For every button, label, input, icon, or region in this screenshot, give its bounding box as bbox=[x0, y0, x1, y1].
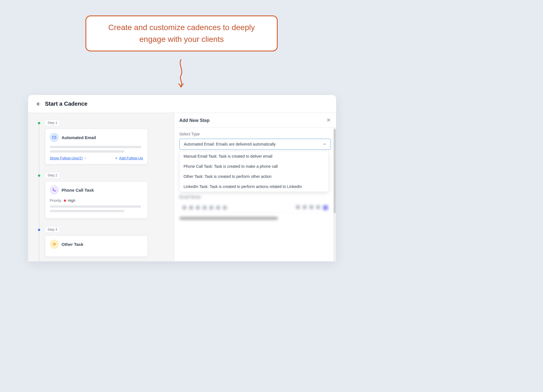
step-2: Step 2 Phone Call Task Priority: High bbox=[37, 172, 170, 219]
add-followup-button[interactable]: Add Follow-Up bbox=[115, 156, 143, 160]
placeholder-line bbox=[50, 146, 141, 148]
show-followups-text: Show Follow-Ups(2) bbox=[50, 156, 83, 160]
placeholder-line bbox=[50, 210, 125, 212]
callout-text: Create and customize cadences to deeply … bbox=[98, 22, 266, 45]
step-dot-icon bbox=[38, 229, 40, 231]
email-body-content: Hello {{FullName}}, You are eligible for… bbox=[179, 217, 278, 220]
callout-banner: Create and customize cadences to deeply … bbox=[85, 15, 278, 51]
dropdown-option[interactable]: Other Task: Task is created to perform o… bbox=[180, 171, 329, 182]
email-icon bbox=[50, 133, 59, 142]
step-label: Step 1 bbox=[45, 120, 60, 126]
placeholder-line bbox=[50, 205, 141, 208]
dropdown-option[interactable]: Phone Call Task: Task is created to make… bbox=[180, 161, 329, 171]
list-icon bbox=[50, 240, 59, 249]
step-card[interactable]: Phone Call Task Priority: High bbox=[45, 181, 148, 219]
dropdown-option[interactable]: Manual Email Task: Task is created to de… bbox=[180, 151, 329, 161]
editor-toolbar bbox=[179, 203, 331, 213]
back-arrow-icon[interactable] bbox=[35, 101, 41, 107]
panel-title: Add New Step bbox=[179, 118, 210, 123]
step-dot-icon bbox=[38, 175, 40, 177]
select-value: Automated Email: Emails are delivered au… bbox=[184, 142, 276, 146]
page-title: Start a Cadence bbox=[45, 101, 87, 107]
step-title: Automated Email bbox=[62, 135, 96, 140]
placeholder-line bbox=[50, 150, 125, 153]
priority-label: Priority: bbox=[50, 198, 62, 203]
step-3: Step 3 Other Task bbox=[37, 226, 170, 257]
chevron-down-icon bbox=[84, 157, 87, 160]
arrow-icon bbox=[175, 59, 187, 89]
phone-icon bbox=[50, 185, 59, 194]
select-type-label: Select Type bbox=[179, 132, 331, 136]
add-followup-text: Add Follow-Up bbox=[119, 156, 143, 160]
show-followups-link[interactable]: Show Follow-Ups(2) bbox=[50, 156, 87, 160]
step-title: Other Task bbox=[62, 242, 83, 247]
close-button[interactable] bbox=[326, 117, 331, 124]
close-icon bbox=[326, 117, 331, 123]
step-card[interactable]: Automated Email Show Follow-Ups(2) Ad bbox=[45, 129, 148, 164]
dropdown-option[interactable]: LinkedIn Task: Task is created to perfor… bbox=[180, 182, 329, 192]
step-1: Step 1 Automated Email Show Foll bbox=[37, 120, 170, 164]
scrollbar-thumb[interactable] bbox=[334, 129, 336, 213]
type-select[interactable]: Automated Email: Emails are delivered au… bbox=[179, 139, 331, 150]
step-label: Step 3 bbox=[45, 226, 60, 233]
priority-row: Priority: High bbox=[50, 198, 143, 203]
step-title: Phone Call Task bbox=[62, 188, 94, 192]
scrollbar-track[interactable] bbox=[333, 128, 336, 261]
chevron-up-icon bbox=[323, 142, 327, 146]
step-label: Step 2 bbox=[45, 172, 60, 178]
steps-panel: Step 1 Automated Email Show Foll bbox=[28, 113, 174, 261]
window-header: Start a Cadence bbox=[28, 95, 336, 113]
cadence-window: Start a Cadence Step 1 Automated Email bbox=[28, 95, 336, 261]
blurred-editor: Email Body Hello {{FullName}}, You are e… bbox=[179, 195, 331, 220]
svg-rect-0 bbox=[53, 136, 56, 139]
add-step-panel: Add New Step Select Type Automated Email… bbox=[174, 113, 336, 261]
step-dot-icon bbox=[38, 122, 40, 124]
priority-dot-icon bbox=[64, 200, 66, 202]
plus-icon bbox=[115, 157, 118, 160]
priority-value: High bbox=[68, 198, 75, 203]
email-body-label: Email Body bbox=[179, 195, 331, 199]
step-card[interactable]: Other Task bbox=[45, 235, 148, 257]
type-dropdown: Manual Email Task: Task is created to de… bbox=[179, 151, 329, 192]
